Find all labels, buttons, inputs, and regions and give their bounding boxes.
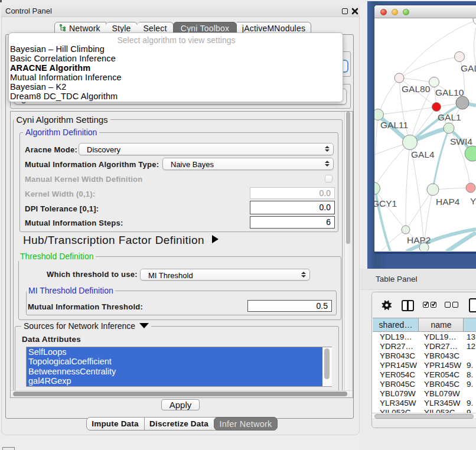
svg-text:GAL10: GAL10 <box>435 87 464 97</box>
svg-text:YG: YG <box>470 196 476 206</box>
svg-text:GAL7: GAL7 <box>461 63 476 73</box>
svg-text:GAL1: GAL1 <box>438 112 461 122</box>
svg-text:HAP4: HAP4 <box>436 197 460 207</box>
svg-text:GAL80: GAL80 <box>402 84 431 94</box>
svg-text:SWI4: SWI4 <box>450 136 472 146</box>
svg-text:HAP2: HAP2 <box>407 235 431 245</box>
svg-text:GCY1: GCY1 <box>374 198 397 208</box>
svg-text:GAL4: GAL4 <box>411 149 435 159</box>
svg-text:GAL11: GAL11 <box>380 120 408 130</box>
